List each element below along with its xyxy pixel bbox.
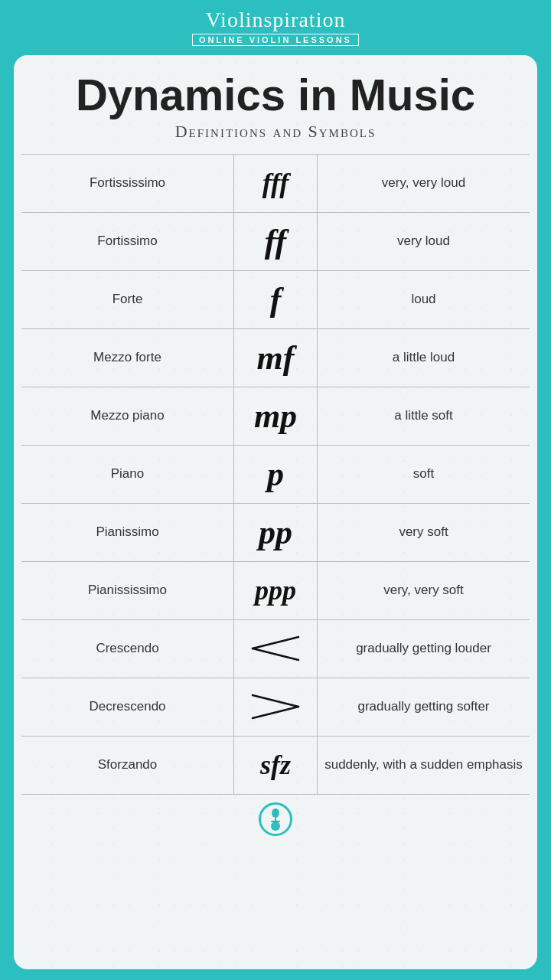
brand-subtitle: Online Violin Lessons <box>192 34 359 46</box>
table-row: Decrescendo gradually getting softer <box>21 678 530 737</box>
header: Violinspiration Online Violin Lessons <box>0 0 551 55</box>
table-row: Crescendo gradually getting louder <box>21 620 530 678</box>
term-name: Pianissimo <box>21 517 233 547</box>
term-name: Fortissimo <box>21 226 233 256</box>
term-symbol: ff <box>233 213 318 270</box>
term-symbol: mf <box>233 329 318 387</box>
term-name: Sforzando <box>21 750 233 780</box>
term-symbol <box>233 620 318 678</box>
table-row: Pianississimopppvery, very soft <box>21 562 530 620</box>
term-definition: a little soft <box>318 400 530 431</box>
table-row: Mezzo pianompa little soft <box>21 387 530 446</box>
table-row: Fortississimofffvery, very loud <box>21 155 530 213</box>
term-symbol: sfz <box>233 737 318 794</box>
term-name: Forte <box>21 284 233 315</box>
table-row: Fortefloud <box>21 271 530 329</box>
svg-line-3 <box>253 707 298 718</box>
term-definition: gradually getting louder <box>318 633 530 664</box>
table-row: Pianopsoft <box>21 446 530 504</box>
term-symbol: pp <box>233 504 318 561</box>
term-definition: very loud <box>318 226 530 256</box>
term-definition: very, very soft <box>318 575 530 606</box>
term-definition: very, very loud <box>318 168 530 198</box>
term-name: Pianississimo <box>21 575 233 606</box>
term-symbol: ppp <box>233 562 318 619</box>
svg-line-0 <box>253 637 298 648</box>
main-card: Dynamics in Music Definitions and Symbol… <box>14 55 537 969</box>
term-symbol <box>233 678 318 736</box>
term-definition: gradually getting softer <box>318 691 530 722</box>
term-symbol: p <box>233 446 318 503</box>
term-symbol: mp <box>233 387 318 445</box>
table-row: Mezzo fortemfa little loud <box>21 329 530 387</box>
term-name: Fortississimo <box>21 168 233 198</box>
violin-icon <box>259 802 292 836</box>
term-symbol: fff <box>233 155 318 212</box>
term-definition: loud <box>318 284 530 315</box>
term-definition: very soft <box>318 517 530 547</box>
term-definition: a little loud <box>318 342 530 373</box>
term-name: Crescendo <box>21 633 233 664</box>
table-row: Sforzandosfzsuddenly, with a sudden emph… <box>21 737 530 795</box>
term-definition: soft <box>318 459 530 489</box>
term-name: Mezzo forte <box>21 342 233 373</box>
table-row: Pianissimoppvery soft <box>21 504 530 562</box>
dynamics-table: Fortississimofffvery, very loudFortissim… <box>21 154 530 795</box>
page-subtitle: Definitions and Symbols <box>175 122 377 142</box>
table-row: Fortissimoffvery loud <box>21 213 530 271</box>
term-definition: suddenly, with a sudden emphasis <box>318 750 530 780</box>
term-name: Piano <box>21 459 233 489</box>
page-title: Dynamics in Music <box>76 72 475 119</box>
svg-point-6 <box>271 822 280 831</box>
brand-title: Violinspiration <box>0 8 551 32</box>
term-name: Decrescendo <box>21 691 233 722</box>
svg-line-2 <box>253 695 298 707</box>
svg-rect-8 <box>271 821 280 822</box>
term-symbol: f <box>233 271 318 328</box>
svg-rect-7 <box>275 815 276 817</box>
term-name: Mezzo piano <box>21 400 233 431</box>
svg-line-1 <box>253 648 298 660</box>
